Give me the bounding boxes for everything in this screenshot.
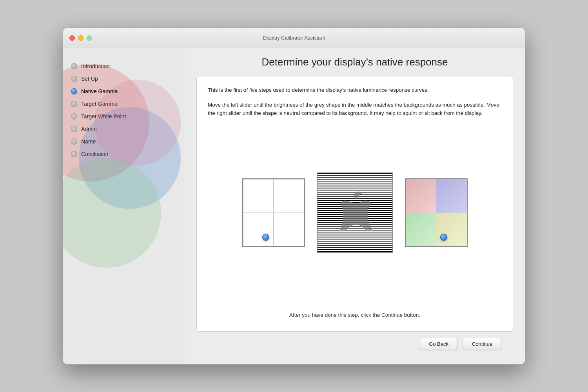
color-cell-tr <box>436 179 467 213</box>
color-cell-br <box>436 213 467 247</box>
nav-dot-native-gamma <box>71 88 77 94</box>
main-content: Determine your display’s native response… <box>185 48 525 364</box>
right-illustration <box>405 178 468 247</box>
content-area: Introduction Set Up Native Gamma Target … <box>63 48 525 364</box>
middle-illustration <box>317 172 393 253</box>
circle-green <box>63 158 161 268</box>
sidebar-item-admin[interactable]: Admin <box>63 123 185 135</box>
sidebar-item-introduction[interactable]: Introduction <box>63 60 185 73</box>
titlebar: Display Calibrator Assistant <box>63 28 525 48</box>
continue-button[interactable]: Continue <box>463 338 501 350</box>
description-1: This is the first of five steps used to … <box>208 86 502 94</box>
nav-dot-conclusion <box>71 151 77 157</box>
maximize-button[interactable] <box>87 35 92 41</box>
sidebar-item-setup[interactable]: Set Up <box>63 73 185 85</box>
window-title: Display Calibrator Assistant <box>263 35 325 41</box>
minimize-button[interactable] <box>78 35 83 41</box>
nav-dot-name <box>71 138 77 145</box>
grid-cell-tr <box>274 179 304 213</box>
app-window: Display Calibrator Assistant Introductio… <box>63 27 525 365</box>
left-grid <box>243 179 304 246</box>
sidebar-item-conclusion[interactable]: Conclusion <box>63 148 185 160</box>
grid-cell-bl <box>243 213 274 247</box>
close-button[interactable] <box>69 35 75 41</box>
illustrations <box>208 132 502 294</box>
description-2: Move the left slider until the brightnes… <box>208 101 502 118</box>
right-color-grid <box>406 179 467 246</box>
sidebar-item-target-white-point[interactable]: Target White Point <box>63 110 185 123</box>
sidebar-item-name[interactable]: Name <box>63 135 185 148</box>
grid-cell-tl <box>243 179 274 213</box>
traffic-lights <box>69 35 92 41</box>
nav-dot-target-white-point <box>71 113 77 120</box>
grid-cell-br <box>274 213 304 247</box>
nav-dot-admin <box>71 126 77 132</box>
sidebar: Introduction Set Up Native Gamma Target … <box>63 48 185 364</box>
color-cell-tl <box>406 179 436 213</box>
page-title: Determine your display’s native response <box>196 56 513 68</box>
sidebar-item-target-gamma[interactable]: Target Gamma <box>63 98 185 110</box>
content-panel: This is the first of five steps used to … <box>196 76 513 332</box>
sidebar-item-native-gamma[interactable]: Native Gamma <box>63 85 185 98</box>
button-bar: Go Back Continue <box>196 332 513 356</box>
apple-logo-icon <box>333 190 376 237</box>
nav-dot-introduction <box>71 63 77 69</box>
color-cell-bl <box>406 213 436 247</box>
nav-dot-setup <box>71 76 77 82</box>
sidebar-nav: Introduction Set Up Native Gamma Target … <box>63 56 185 164</box>
left-slider-handle[interactable] <box>262 234 269 241</box>
footer-instruction: After you have done this step, click the… <box>208 308 502 322</box>
left-illustration <box>242 178 305 247</box>
go-back-button[interactable]: Go Back <box>420 338 457 350</box>
apple-path <box>339 191 372 230</box>
right-slider-handle[interactable] <box>440 234 447 241</box>
nav-dot-target-gamma <box>71 101 77 107</box>
